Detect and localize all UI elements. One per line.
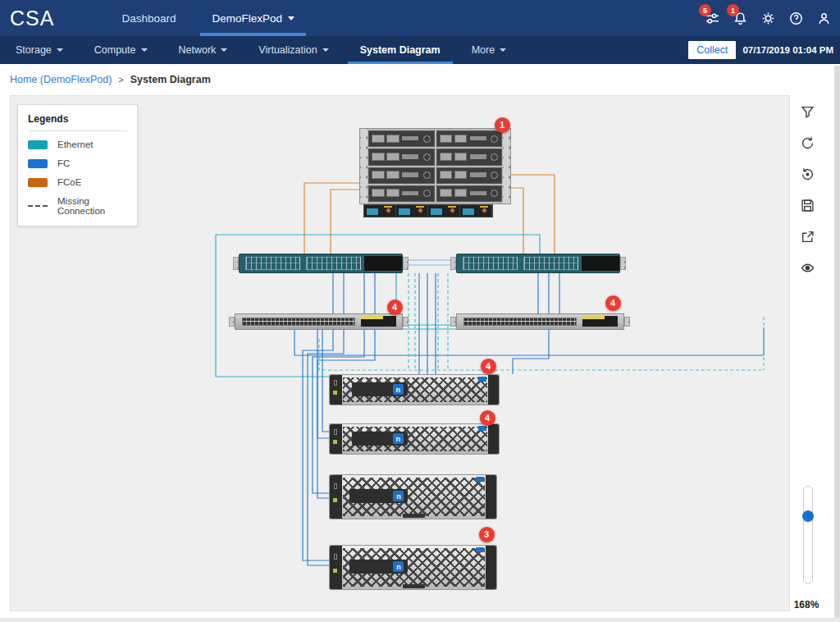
user-icon[interactable] [815, 10, 832, 26]
tab-compute[interactable]: Compute [79, 36, 163, 64]
drive-bay [440, 135, 453, 143]
tab-more[interactable]: More [456, 36, 522, 64]
legend-color-swatch [28, 178, 48, 187]
bell-badge: 1 [727, 4, 739, 16]
port-bank [463, 257, 518, 269]
device-fabric-interconnect-b[interactable] [456, 254, 620, 273]
blade-knob [423, 153, 431, 161]
blade-knob [423, 172, 431, 179]
alert-badge[interactable]: 4 [480, 410, 495, 426]
psu-tick [384, 206, 392, 208]
connection-fc [313, 330, 364, 493]
psu-led [418, 208, 422, 213]
device-blade-chassis[interactable] [359, 128, 511, 204]
gear-icon[interactable] [760, 10, 776, 26]
collect-timestamp: 07/17/2019 01:04 PM [742, 45, 835, 55]
tab-system-diagram[interactable]: System Diagram [345, 36, 456, 64]
port-bank [245, 257, 300, 269]
blade-server[interactable] [436, 149, 503, 165]
netapp-logo: n [393, 384, 404, 395]
drive-bay [372, 135, 385, 143]
storage-right-bezel [488, 424, 499, 454]
blade-panel [470, 154, 486, 158]
share-icon[interactable] [800, 229, 815, 245]
status-led [333, 569, 337, 573]
drive-bay [454, 171, 468, 179]
sliders-badge: 5 [699, 4, 711, 16]
blade-knob [491, 172, 498, 179]
device-storage-array-1[interactable]: n [329, 374, 500, 405]
tab-storage[interactable]: Storage [0, 36, 79, 64]
blade-panel [470, 191, 486, 195]
netapp-logo: n [393, 433, 404, 444]
power-supply-unit [460, 205, 492, 217]
tab-virtualization[interactable]: Virtualization [243, 36, 344, 64]
nav-item-dashboard[interactable]: Dashboard [103, 0, 194, 36]
blade-server[interactable] [368, 167, 435, 184]
eye-icon[interactable] [800, 260, 815, 276]
storage-bottom-tab [403, 584, 424, 588]
storage-left-bezel [330, 546, 342, 589]
connection-fc [322, 330, 329, 432]
storage-model-chip [476, 547, 484, 552]
alert-badge[interactable]: 4 [387, 300, 403, 315]
blade-server[interactable] [436, 185, 503, 202]
device-blade-chassis-psu-shelf[interactable] [363, 204, 493, 217]
collect-button[interactable]: Collect [688, 41, 736, 59]
blade-server[interactable] [436, 167, 503, 184]
zoom-slider[interactable] [803, 486, 813, 584]
breadcrumb-home-link[interactable]: Home (DemoFlexPod) [10, 74, 112, 85]
alert-badge[interactable]: 1 [495, 117, 510, 133]
system-diagram-canvas[interactable]: Legends EthernetFCFCoEMissing Connection… [10, 95, 790, 611]
device-storage-array-3[interactable]: n [329, 474, 497, 519]
device-fabric-interconnect-a[interactable] [239, 254, 403, 273]
alert-badge[interactable]: 4 [605, 295, 621, 311]
blade-server[interactable] [436, 130, 503, 147]
storage-model-chip [478, 426, 486, 431]
netapp-logo: n [393, 491, 404, 501]
chevron-down-icon [141, 48, 148, 52]
sliders-icon[interactable]: 5 [704, 10, 720, 26]
save-icon[interactable] [800, 198, 815, 213]
storage-model-chip [476, 477, 484, 482]
blade-server[interactable] [368, 149, 435, 165]
blade-knob [491, 135, 498, 143]
port-strip [463, 318, 577, 327]
psu-led [386, 208, 390, 213]
blade-panel [402, 154, 418, 158]
drive-bay [386, 171, 399, 179]
storage-bottom-tab [403, 514, 424, 518]
storage-name-bezel: n [349, 489, 408, 503]
status-led [333, 498, 337, 502]
nav-item-demoflexpod[interactable]: DemoFlexPod [194, 0, 313, 36]
device-nexus-switch-b[interactable] [456, 313, 624, 330]
uplink-port-group [582, 316, 618, 327]
device-storage-array-2[interactable]: n [329, 423, 500, 455]
alert-badge[interactable]: 4 [481, 359, 496, 374]
psu-tick [416, 206, 424, 208]
alert-badge[interactable]: 3 [479, 527, 495, 542]
refresh-icon[interactable] [800, 135, 815, 151]
help-icon[interactable] [788, 10, 804, 26]
psu-port [399, 208, 410, 215]
zoom-slider-thumb[interactable] [802, 510, 814, 522]
tab-label: Virtualization [258, 44, 317, 56]
blade-panel [470, 136, 486, 140]
device-nexus-switch-a[interactable] [235, 313, 403, 330]
storage-left-bezel [330, 424, 342, 454]
top-navbar: CSA Dashboard DemoFlexPod 5 1 [0, 0, 840, 36]
blade-server[interactable] [368, 185, 435, 202]
drive-bay [372, 171, 385, 179]
device-storage-array-4[interactable]: n [329, 545, 497, 590]
tab-label: Storage [16, 44, 52, 56]
connection-fc [294, 327, 764, 355]
blade-server[interactable] [368, 130, 435, 147]
diagram-toolbar [800, 104, 815, 276]
filter-icon[interactable] [800, 104, 815, 120]
storage-right-bezel [488, 375, 499, 405]
power-supply-unit [428, 205, 460, 217]
bell-icon[interactable]: 1 [732, 10, 748, 26]
page-scrollbar[interactable] [834, 66, 840, 622]
history-icon[interactable] [800, 167, 815, 182]
tab-network[interactable]: Network [163, 36, 244, 64]
